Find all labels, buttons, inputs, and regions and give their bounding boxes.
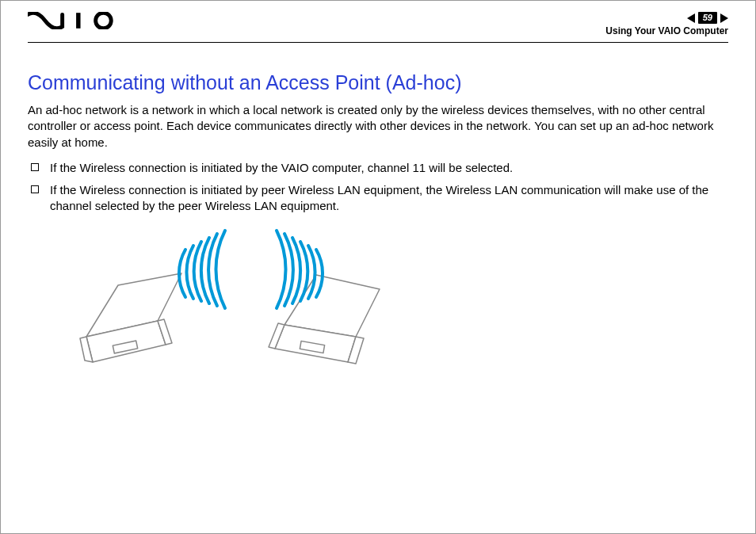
svg-point-1 [96,13,112,29]
breadcrumb: Using Your VAIO Computer [605,25,728,36]
document-page: 59 Using Your VAIO Computer Communicatin… [0,0,756,534]
intro-paragraph: An ad-hoc network is a network in which … [28,102,728,151]
bullet-list: If the Wireless connection is initiated … [28,160,728,215]
page-navigator: 59 [687,12,728,24]
list-item: If the Wireless connection is initiated … [28,182,728,215]
next-page-arrow-icon[interactable] [720,13,728,23]
page-number: 59 [698,12,717,24]
svg-rect-0 [76,13,80,29]
section-title: Communicating without an Access Point (A… [28,71,728,94]
list-item: If the Wireless connection is initiated … [28,160,728,176]
adhoc-illustration [63,226,728,372]
page-header: 59 Using Your VAIO Computer [28,12,728,43]
vaio-logo [28,12,123,32]
prev-page-arrow-icon[interactable] [687,13,695,23]
header-right: 59 Using Your VAIO Computer [605,12,728,36]
